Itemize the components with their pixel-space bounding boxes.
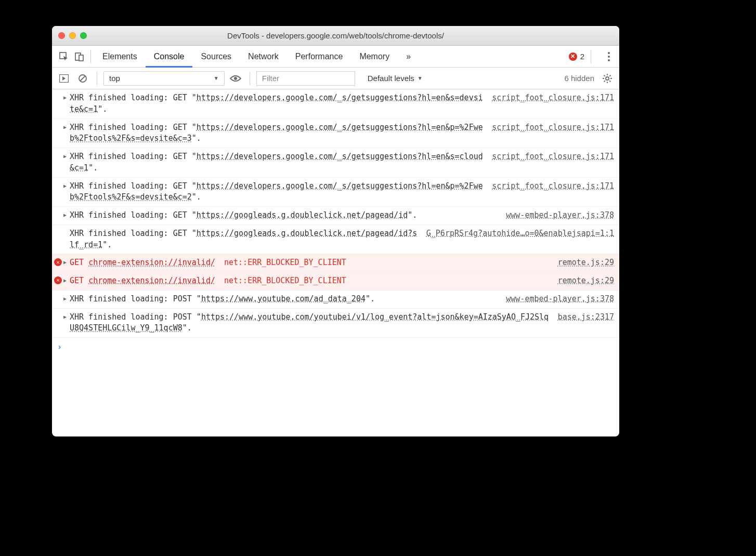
inspect-element-icon[interactable] [56,46,72,68]
console-output[interactable]: ▶XHR finished loading: GET "https://deve… [52,89,619,436]
log-message: GET chrome-extension://invalid/ net::ERR… [70,257,550,269]
error-count: 2 [580,52,584,61]
log-message: XHR finished loading: GET "https://googl… [70,210,498,221]
log-prefix: XHR finished loading: GET " [70,210,197,220]
hidden-count[interactable]: 6 hidden [564,74,594,83]
source-link[interactable]: script_foot_closure.js:171 [492,151,614,174]
log-prefix: XHR finished loading: GET " [70,229,197,238]
console-row[interactable]: ▶XHR finished loading: GET "https://deve… [52,89,619,119]
console-toolbar: top ▼ Default levels ▼ 6 hidden [52,68,619,89]
live-expression-icon[interactable] [228,71,243,86]
svg-point-6 [234,77,237,80]
toggle-sidebar-icon[interactable] [56,71,72,86]
tab-sources[interactable]: Sources [192,46,240,68]
disclosure-triangle-icon[interactable]: ▶ [63,277,67,285]
disclosure-triangle-icon[interactable]: ▶ [63,124,67,131]
devtools-tabs-bar: Elements Console Sources Network Perform… [52,46,619,68]
source-link[interactable]: script_foot_closure.js:171 [492,122,614,145]
log-suffix: ". [102,240,112,249]
maximize-window-button[interactable] [80,32,87,39]
net-error: net::ERR_BLOCKED_BY_CLIENT [219,276,346,285]
tab-memory[interactable]: Memory [351,46,398,68]
device-toolbar-icon[interactable] [72,46,87,68]
log-suffix: ". [183,323,192,333]
disclosure-triangle-icon[interactable]: ▶ [63,259,67,267]
net-error: net::ERR_BLOCKED_BY_CLIENT [219,258,346,267]
console-row[interactable]: XHR finished loading: GET "https://googl… [52,225,619,255]
disclosure-triangle-icon[interactable]: ▶ [63,153,67,161]
console-row[interactable]: ▶XHR finished loading: GET "https://goog… [52,207,619,225]
console-settings-icon[interactable] [599,71,615,86]
divider [591,50,591,63]
chevron-down-icon: ▼ [418,75,423,81]
minimize-window-button[interactable] [69,32,76,39]
source-link[interactable]: G_P6rpRSr4g?autohide…o=0&enablejsapi=1:1 [426,228,614,251]
source-link[interactable]: www-embed-player.js:378 [506,210,614,221]
error-icon: ✕ [54,276,62,284]
log-suffix: ". [192,192,201,202]
log-suffix: ". [98,104,107,114]
svg-point-7 [606,77,609,80]
divider [97,72,97,85]
request-url[interactable]: chrome-extension://invalid/ [88,276,215,285]
log-suffix: ". [88,163,98,173]
http-method: GET [70,258,88,267]
divider [90,50,91,63]
disclosure-triangle-icon[interactable]: ▶ [63,94,67,102]
log-suffix: ". [192,134,201,143]
console-row[interactable]: ▶XHR finished loading: GET "https://deve… [52,119,619,149]
console-row[interactable]: ▶XHR finished loading: GET "https://deve… [52,148,619,178]
svg-line-13 [609,81,610,82]
settings-menu-icon[interactable] [603,52,615,61]
close-window-button[interactable] [58,32,65,39]
divider [250,72,250,85]
console-row[interactable]: ▶✕GET chrome-extension://invalid/ net::E… [52,254,619,272]
disclosure-triangle-icon[interactable]: ▶ [63,211,67,219]
log-levels-select[interactable]: Default levels ▼ [368,74,423,83]
error-icon: ✕ [569,52,577,61]
request-url[interactable]: chrome-extension://invalid/ [88,258,215,267]
disclosure-triangle-icon[interactable]: ▶ [63,313,67,321]
console-row[interactable]: ▶XHR finished loading: GET "https://deve… [52,178,619,207]
request-url[interactable]: https://googleads.g.doubleclick.net/page… [197,210,408,220]
traffic-lights [58,32,87,39]
chevron-down-icon: ▼ [214,75,219,81]
log-message: GET chrome-extension://invalid/ net::ERR… [70,275,550,287]
log-message: XHR finished loading: GET "https://devel… [70,151,484,174]
request-url[interactable]: https://www.youtube.com/ad_data_204 [201,294,366,303]
log-prefix: XHR finished loading: GET " [70,181,197,191]
console-row[interactable]: ▶XHR finished loading: POST "https://www… [52,290,619,309]
tab-elements[interactable]: Elements [94,46,146,68]
source-link[interactable]: www-embed-player.js:378 [506,294,614,305]
context-value: top [109,74,120,83]
log-message: XHR finished loading: POST "https://www.… [70,312,550,335]
source-link[interactable]: base.js:2317 [558,312,614,335]
log-message: XHR finished loading: POST "https://www.… [70,294,498,305]
console-row[interactable]: ▶XHR finished loading: POST "https://www… [52,309,619,338]
filter-input[interactable] [256,71,355,86]
disclosure-triangle-icon[interactable]: ▶ [63,295,67,303]
execution-context-select[interactable]: top ▼ [103,71,225,86]
devtools-window: DevTools - developers.google.com/web/too… [52,26,619,436]
disclosure-triangle-icon[interactable]: ▶ [63,182,67,190]
log-prefix: XHR finished loading: GET " [70,93,197,102]
svg-rect-2 [79,55,83,61]
tab-console[interactable]: Console [146,46,193,68]
clear-console-icon[interactable] [75,71,90,86]
source-link[interactable]: remote.js:29 [558,257,614,269]
console-row[interactable]: ▶✕GET chrome-extension://invalid/ net::E… [52,272,619,290]
tabs-overflow[interactable]: » [398,46,419,68]
tab-performance[interactable]: Performance [287,46,351,68]
console-prompt[interactable]: › [52,338,619,358]
log-message: XHR finished loading: GET "https://devel… [70,181,484,204]
tab-network[interactable]: Network [240,46,287,68]
log-suffix: ". [408,210,417,220]
source-link[interactable]: remote.js:29 [558,275,614,287]
source-link[interactable]: script_foot_closure.js:171 [492,181,614,204]
http-method: GET [70,276,88,285]
levels-label: Default levels [368,74,414,83]
log-prefix: XHR finished loading: POST " [70,312,201,322]
log-suffix: ". [366,294,375,303]
error-count-badge[interactable]: ✕ 2 [569,52,584,61]
source-link[interactable]: script_foot_closure.js:171 [492,92,614,115]
